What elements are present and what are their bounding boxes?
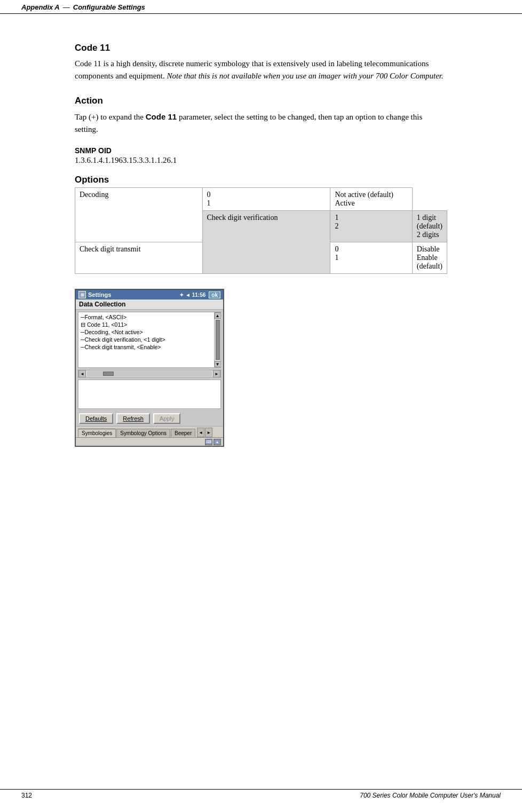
tab-arrows: ◄ ►: [197, 428, 212, 437]
page-header: Appendix A — Configurable Settings: [0, 0, 522, 14]
device-taskbar: ⌨ ▲: [76, 437, 223, 446]
tab-arrow-right[interactable]: ►: [205, 428, 212, 437]
list-item[interactable]: ⊟ Code 11, <011>: [80, 321, 212, 328]
option-value: 0 1: [330, 242, 412, 274]
header-dash: —: [63, 3, 70, 11]
tab-symbology-options[interactable]: Symbology Options: [116, 429, 170, 437]
table-row: Decoding0 1Not active (default) Active: [75, 188, 447, 211]
list-item[interactable]: ─Decoding, <Not active>: [80, 328, 212, 336]
tab-arrow-left[interactable]: ◄: [197, 428, 204, 437]
header-title: Configurable Settings: [73, 3, 145, 11]
device-hscroll[interactable]: ◄ ►: [78, 370, 221, 377]
device-tabs: Symbologies Symbology Options Beeper ◄ ►: [76, 426, 223, 437]
option-description: Not active (default) Active: [330, 188, 412, 211]
header-appendix: Appendix A: [21, 3, 60, 11]
action-bold: Code 11: [146, 112, 177, 121]
hscroll-track: [87, 371, 212, 376]
hscroll-thumb: [103, 372, 114, 376]
action-body: Tap (+) to expand the Code 11 parameter,…: [75, 111, 447, 136]
snmp-value: 1.3.6.1.4.1.1963.15.3.3.1.1.26.1: [75, 156, 447, 165]
footer-page-number: 312: [21, 792, 32, 799]
titlebar-right: ✦ ◄ 11:56 ok: [179, 291, 220, 298]
code11-body: Code 11 is a high density, discrete nume…: [75, 58, 447, 83]
settings-icon: ⊞: [78, 291, 86, 298]
scrollbar-thumb: [216, 320, 220, 360]
defaults-button[interactable]: Defaults: [79, 413, 113, 424]
code11-note: Note that this is not available when you…: [167, 72, 443, 80]
titlebar-left: ⊞ Settings: [78, 291, 111, 298]
option-name: Check digit transmit: [75, 242, 203, 274]
device-screenshot: ⊞ Settings ✦ ◄ 11:56 ok Data Collection …: [75, 289, 224, 447]
titlebar-label: Settings: [88, 291, 111, 298]
scrollbar-down-btn[interactable]: ▼: [215, 361, 221, 367]
snmp-heading: SNMP OID: [75, 146, 447, 155]
ok-button[interactable]: ok: [209, 291, 220, 298]
option-description: Disable Enable (default): [412, 242, 447, 274]
scrollbar-up-btn[interactable]: ▲: [215, 312, 221, 319]
tab-symbologies[interactable]: Symbologies: [78, 429, 116, 437]
tree-scrollbar[interactable]: ▲ ▼: [214, 312, 220, 367]
option-value: 1 2: [330, 211, 412, 242]
page-footer: 312 700 Series Color Mobile Computer Use…: [0, 789, 522, 801]
titlebar-status: ✦ ◄ 11:56: [179, 292, 205, 298]
device-titlebar: ⊞ Settings ✦ ◄ 11:56 ok: [76, 290, 223, 299]
device-buttons: Defaults Refresh Apply: [76, 411, 223, 426]
tab-beeper[interactable]: Beeper: [171, 429, 195, 437]
device-info-area: [78, 380, 221, 409]
device-tree-area: ─Format, <ASCII>⊟ Code 11, <011> ─Decodi…: [78, 312, 221, 368]
footer-title: 700 Series Color Mobile Computer User's …: [360, 792, 501, 799]
device-subheader: Data Collection: [76, 299, 223, 310]
option-description: 1 digit (default) 2 digits: [412, 211, 447, 242]
taskbar-icon-arrow-up[interactable]: ▲: [213, 439, 221, 445]
tree-lines: ─Format, <ASCII>⊟ Code 11, <011> ─Decodi…: [80, 313, 219, 351]
hscroll-left-btn[interactable]: ◄: [78, 370, 86, 377]
list-item[interactable]: ─Format, <ASCII>: [80, 313, 212, 321]
list-item[interactable]: ─Check digit transmit, <Enable>: [80, 343, 212, 351]
list-item[interactable]: ─Check digit verification, <1 digit>: [80, 336, 212, 343]
option-name: Check digit verification: [202, 211, 330, 274]
main-content: Code 11 Code 11 is a high density, discr…: [0, 14, 522, 479]
taskbar-icon-keyboard[interactable]: ⌨: [205, 439, 212, 445]
options-heading: Options: [75, 175, 447, 185]
code11-heading: Code 11: [75, 43, 447, 53]
action-heading: Action: [75, 96, 447, 106]
apply-button[interactable]: Apply: [153, 413, 181, 424]
options-table: Decoding0 1Not active (default) ActiveCh…: [75, 187, 447, 274]
hscroll-right-btn[interactable]: ►: [213, 370, 220, 377]
option-value: 0 1: [202, 188, 330, 211]
refresh-button[interactable]: Refresh: [116, 413, 150, 424]
option-name: Decoding: [75, 188, 203, 242]
